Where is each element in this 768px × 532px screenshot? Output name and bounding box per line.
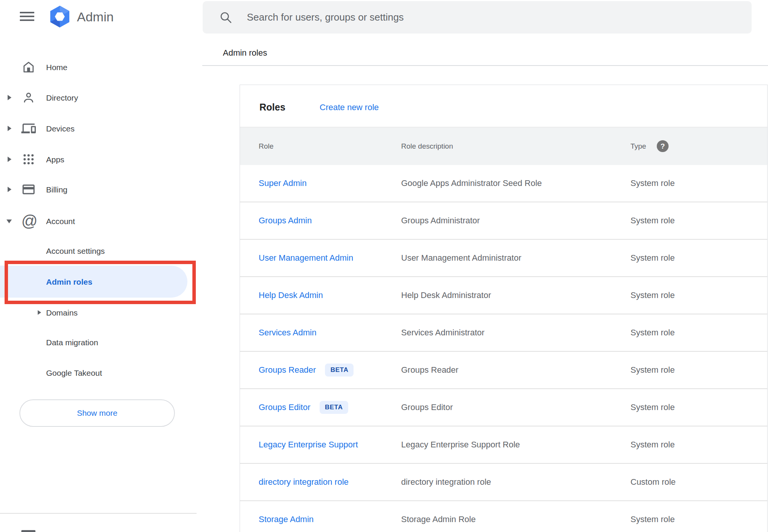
role-type-cell: System role (630, 389, 675, 426)
role-cell: Groups Admin (259, 202, 312, 239)
role-type-cell: System role (630, 314, 675, 351)
sidebar-item-admin-roles[interactable]: Admin roles (0, 272, 197, 291)
role-link[interactable]: directory integration role (259, 477, 349, 487)
column-header-description: Role description (401, 127, 453, 165)
sidebar-item-label: Billing (46, 185, 67, 194)
apps-grid-icon (21, 152, 36, 167)
sidebar-item-data-migration[interactable]: Data migration (0, 333, 197, 351)
expand-arrow-icon[interactable] (8, 187, 11, 192)
role-cell: Super Admin (259, 165, 307, 202)
sidebar-item-devices[interactable]: Devices (0, 119, 197, 138)
role-type-cell: System role (630, 202, 675, 239)
role-cell: Legacy Enterprise Support (259, 426, 358, 463)
role-type-cell: System role (630, 165, 675, 202)
column-header-type: Type (630, 127, 646, 165)
search-input[interactable] (247, 1, 734, 34)
sidebar-item-label: Home (46, 62, 67, 72)
table-row: Legacy Enterprise Support Legacy Enterpr… (240, 426, 767, 464)
help-icon[interactable]: ? (657, 140, 669, 152)
role-description-cell: User Management Administrator (401, 240, 521, 276)
home-icon (21, 60, 36, 74)
role-cell: Groups Reader BETA (259, 352, 354, 388)
table-row: Groups Editor BETA Groups Editor System … (240, 389, 767, 426)
role-description-cell: Legacy Enterprise Support Role (401, 426, 520, 463)
role-link[interactable]: Storage Admin (259, 514, 314, 524)
sidebar-item-account-settings[interactable]: Account settings (0, 242, 197, 260)
role-cell: Storage Admin (259, 501, 314, 532)
role-type-cell: System role (630, 352, 675, 388)
devices-icon (21, 121, 36, 136)
sidebar-item-home[interactable]: Home (0, 58, 197, 76)
role-link[interactable]: Services Admin (259, 328, 317, 338)
sidebar-item-label: Devices (46, 124, 75, 133)
role-cell: Groups Editor BETA (259, 389, 348, 426)
role-description-cell: Groups Reader (401, 352, 458, 388)
app-title: Admin (77, 8, 114, 26)
sidebar-item-label: Data migration (46, 338, 98, 347)
table-row: Groups Reader BETA Groups Reader System … (240, 352, 767, 389)
person-icon (21, 90, 36, 105)
role-description-cell: Help Desk Administrator (401, 277, 491, 314)
role-link[interactable]: Groups Reader (259, 365, 316, 375)
table-row: Groups Admin Groups Administrator System… (240, 202, 767, 240)
sidebar-item-label: Apps (46, 155, 64, 164)
role-type-cell: System role (630, 240, 675, 276)
table-row: User Management Admin User Management Ad… (240, 240, 767, 277)
sidebar-item-account[interactable]: @ Account (0, 212, 197, 230)
role-link[interactable]: User Management Admin (259, 253, 353, 263)
expand-arrow-icon[interactable] (38, 310, 41, 315)
table-row: Services Admin Services Administrator Sy… (240, 314, 767, 352)
beta-badge: BETA (320, 401, 348, 414)
role-type-cell: Custom role (630, 464, 676, 500)
role-link[interactable]: Super Admin (259, 178, 307, 188)
search-icon (219, 11, 232, 24)
roles-table-body: Super Admin Google Apps Administrator Se… (240, 165, 767, 532)
role-type-cell: System role (630, 501, 675, 532)
table-row: Help Desk Admin Help Desk Administrator … (240, 277, 767, 314)
beta-badge: BETA (325, 364, 354, 377)
table-row: Super Admin Google Apps Administrator Se… (240, 165, 767, 202)
expand-arrow-icon[interactable] (8, 126, 11, 131)
sidebar-item-directory[interactable]: Directory (0, 88, 197, 107)
role-cell: Help Desk Admin (259, 277, 323, 314)
panel-title: Roles (259, 102, 285, 113)
role-type-cell: System role (630, 426, 675, 463)
role-description-cell: Google Apps Administrator Seed Role (401, 165, 542, 202)
sidebar-item-google-takeout[interactable]: Google Takeout (0, 364, 197, 382)
table-row: Storage Admin Storage Admin Role System … (240, 501, 767, 532)
show-more-button[interactable]: Show more (19, 399, 175, 427)
admin-console: Admin Home Directory Devices (0, 0, 768, 532)
role-link[interactable]: Groups Admin (259, 216, 312, 226)
search-bar[interactable] (203, 1, 752, 34)
sidebar-item-label: Admin roles (46, 277, 92, 287)
sidebar-divider (0, 513, 197, 514)
expand-arrow-icon[interactable] (8, 95, 11, 100)
at-sign-icon: @ (21, 214, 36, 228)
table-row: directory integration role directory int… (240, 464, 767, 501)
role-cell: User Management Admin (259, 240, 353, 276)
role-description-cell: directory integration role (401, 464, 491, 500)
sidebar: Admin Home Directory Devices (0, 0, 202, 532)
role-cell: Services Admin (259, 314, 317, 351)
role-description-cell: Services Administrator (401, 314, 485, 351)
header-divider (202, 65, 768, 66)
role-link[interactable]: Legacy Enterprise Support (259, 440, 358, 450)
collapse-arrow-icon[interactable] (6, 220, 12, 223)
admin-logo-icon (49, 6, 71, 27)
expand-arrow-icon[interactable] (8, 157, 11, 162)
roles-panel-header: Roles Create new role (240, 85, 767, 127)
sidebar-item-apps[interactable]: Apps (0, 150, 197, 168)
sidebar-item-billing[interactable]: Billing (0, 180, 197, 199)
sidebar-item-label: Account settings (46, 246, 105, 256)
column-header-role: Role (259, 127, 274, 165)
sidebar-item-label: Account (46, 216, 75, 226)
sidebar-item-domains[interactable]: Domains (0, 303, 197, 322)
breadcrumb: Admin roles (223, 48, 267, 58)
role-link[interactable]: Groups Editor (259, 402, 310, 412)
role-description-cell: Storage Admin Role (401, 501, 476, 532)
credit-card-icon (21, 182, 36, 197)
role-link[interactable]: Help Desk Admin (259, 290, 323, 300)
hamburger-menu-icon[interactable] (20, 12, 34, 21)
create-new-role-link[interactable]: Create new role (320, 103, 379, 112)
roles-panel: Roles Create new role Role Role descript… (240, 85, 768, 532)
